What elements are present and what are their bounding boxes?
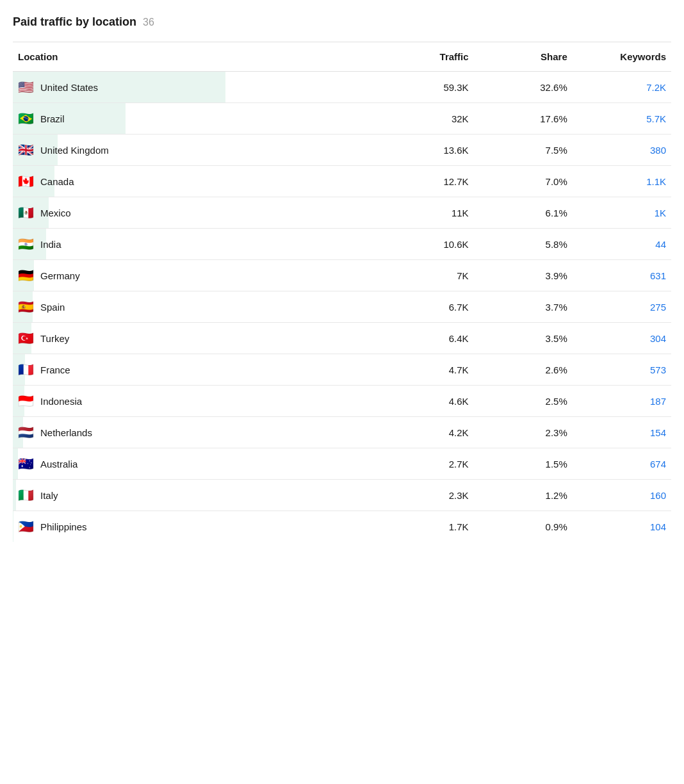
traffic-value: 13.6K xyxy=(375,135,473,166)
country-name: Italy xyxy=(40,490,58,501)
keywords-link[interactable]: 631 xyxy=(650,270,666,281)
keywords-value[interactable]: 44 xyxy=(573,229,671,260)
traffic-value: 6.7K xyxy=(375,291,473,323)
traffic-value: 4.7K xyxy=(375,354,473,386)
country-flag: 🇬🇧 xyxy=(18,143,34,156)
location-cell: 🇪🇸Spain xyxy=(13,291,375,323)
location-cell: 🇲🇽Mexico xyxy=(13,197,375,229)
traffic-value: 1.7K xyxy=(375,511,473,543)
share-value: 7.5% xyxy=(474,135,573,166)
traffic-table: Location Traffic Share Keywords 🇺🇸United… xyxy=(13,42,671,542)
country-name: Germany xyxy=(40,270,80,281)
keywords-link[interactable]: 380 xyxy=(650,145,666,156)
traffic-value: 6.4K xyxy=(375,323,473,354)
keywords-value[interactable]: 5.7K xyxy=(573,103,671,135)
country-flag: 🇮🇹 xyxy=(18,489,34,502)
keywords-value[interactable]: 1.1K xyxy=(573,166,671,197)
keywords-link[interactable]: 7.2K xyxy=(646,82,666,93)
location-cell: 🇨🇦Canada xyxy=(13,166,375,197)
table-row: 🇫🇷France4.7K2.6%573 xyxy=(13,354,671,386)
location-cell: 🇮🇩Indonesia xyxy=(13,386,375,417)
keywords-value[interactable]: 160 xyxy=(573,480,671,511)
country-name: India xyxy=(40,239,61,250)
share-value: 3.7% xyxy=(474,291,573,323)
location-cell: 🇬🇧United Kingdom xyxy=(13,135,375,166)
keywords-value[interactable]: 674 xyxy=(573,448,671,480)
section-count: 36 xyxy=(143,17,154,28)
col-header-traffic: Traffic xyxy=(375,42,473,72)
country-name: Philippines xyxy=(40,521,87,532)
country-flag: 🇫🇷 xyxy=(18,363,34,376)
keywords-link[interactable]: 304 xyxy=(650,333,666,344)
country-flag: 🇮🇳 xyxy=(18,238,34,250)
country-name: Brazil xyxy=(40,113,65,124)
keywords-link[interactable]: 160 xyxy=(650,490,666,501)
location-cell: 🇹🇷Turkey xyxy=(13,323,375,354)
traffic-value: 32K xyxy=(375,103,473,135)
location-cell: 🇩🇪Germany xyxy=(13,260,375,291)
location-cell: 🇵🇭Philippines xyxy=(13,511,375,543)
keywords-value[interactable]: 187 xyxy=(573,386,671,417)
col-header-location: Location xyxy=(13,42,375,72)
country-flag: 🇦🇺 xyxy=(18,457,34,470)
country-name: Indonesia xyxy=(40,396,82,407)
keywords-link[interactable]: 5.7K xyxy=(646,113,666,124)
keywords-link[interactable]: 573 xyxy=(650,364,666,375)
traffic-bar xyxy=(13,480,16,511)
table-row: 🇮🇩Indonesia4.6K2.5%187 xyxy=(13,386,671,417)
traffic-value: 10.6K xyxy=(375,229,473,260)
share-value: 32.6% xyxy=(474,72,573,103)
traffic-value: 4.2K xyxy=(375,417,473,448)
table-row: 🇲🇽Mexico11K6.1%1K xyxy=(13,197,671,229)
keywords-value[interactable]: 1K xyxy=(573,197,671,229)
country-name: Turkey xyxy=(40,333,69,344)
share-value: 7.0% xyxy=(474,166,573,197)
keywords-link[interactable]: 674 xyxy=(650,459,666,470)
keywords-link[interactable]: 44 xyxy=(655,239,666,250)
table-row: 🇵🇭Philippines1.7K0.9%104 xyxy=(13,511,671,543)
location-cell: 🇳🇱Netherlands xyxy=(13,417,375,448)
keywords-link[interactable]: 187 xyxy=(650,396,666,407)
table-row: 🇦🇺Australia2.7K1.5%674 xyxy=(13,448,671,480)
keywords-link[interactable]: 1K xyxy=(655,208,666,218)
keywords-value[interactable]: 304 xyxy=(573,323,671,354)
country-name: Australia xyxy=(40,459,77,470)
location-cell: 🇦🇺Australia xyxy=(13,448,375,480)
share-value: 5.8% xyxy=(474,229,573,260)
share-value: 1.5% xyxy=(474,448,573,480)
country-name: United Kingdom xyxy=(40,145,109,156)
country-flag: 🇵🇭 xyxy=(18,520,34,533)
table-row: 🇮🇹Italy2.3K1.2%160 xyxy=(13,480,671,511)
country-flag: 🇳🇱 xyxy=(18,426,34,439)
keywords-value[interactable]: 380 xyxy=(573,135,671,166)
country-name: Mexico xyxy=(40,208,71,218)
location-cell: 🇫🇷France xyxy=(13,354,375,386)
share-value: 17.6% xyxy=(474,103,573,135)
table-row: 🇬🇧United Kingdom13.6K7.5%380 xyxy=(13,135,671,166)
keywords-link[interactable]: 1.1K xyxy=(646,176,666,187)
keywords-value[interactable]: 573 xyxy=(573,354,671,386)
keywords-link[interactable]: 154 xyxy=(650,427,666,438)
country-flag: 🇹🇷 xyxy=(18,332,34,345)
col-header-share: Share xyxy=(474,42,573,72)
country-name: Spain xyxy=(40,302,65,313)
keywords-value[interactable]: 104 xyxy=(573,511,671,543)
country-name: France xyxy=(40,364,70,375)
traffic-value: 7K xyxy=(375,260,473,291)
keywords-value[interactable]: 275 xyxy=(573,291,671,323)
share-value: 0.9% xyxy=(474,511,573,543)
location-cell: 🇮🇹Italy xyxy=(13,480,375,511)
keywords-link[interactable]: 104 xyxy=(650,521,666,532)
keywords-value[interactable]: 7.2K xyxy=(573,72,671,103)
col-header-keywords: Keywords xyxy=(573,42,671,72)
share-value: 6.1% xyxy=(474,197,573,229)
traffic-value: 11K xyxy=(375,197,473,229)
keywords-value[interactable]: 154 xyxy=(573,417,671,448)
share-value: 2.6% xyxy=(474,354,573,386)
share-value: 2.5% xyxy=(474,386,573,417)
keywords-value[interactable]: 631 xyxy=(573,260,671,291)
location-cell: 🇧🇷Brazil xyxy=(13,103,375,135)
traffic-value: 59.3K xyxy=(375,72,473,103)
keywords-link[interactable]: 275 xyxy=(650,302,666,313)
country-name: Canada xyxy=(40,176,74,187)
